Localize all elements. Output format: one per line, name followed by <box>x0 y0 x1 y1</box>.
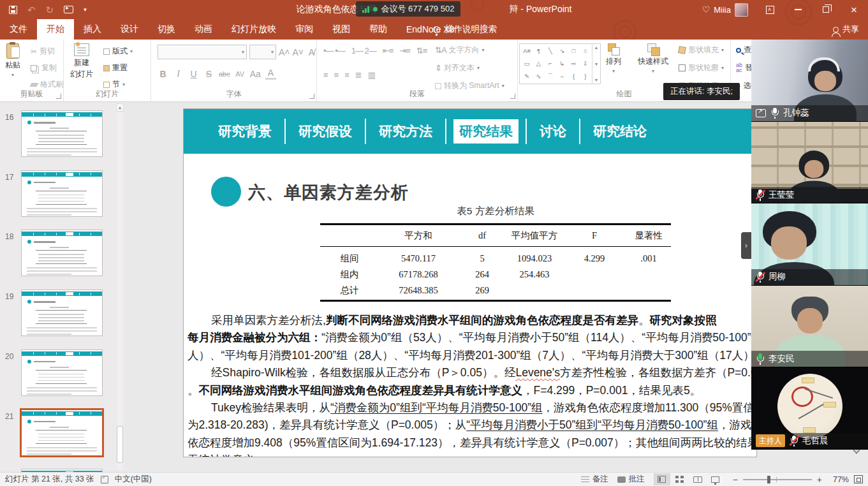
video-tile-孔钟蕊[interactable]: 孔钟蕊 <box>751 40 868 122</box>
minimize-button[interactable] <box>784 0 812 19</box>
shape-icon-4[interactable]: □ <box>572 48 576 54</box>
strikethrough-button[interactable]: S <box>203 69 214 79</box>
redo-icon[interactable]: ↻ <box>46 5 54 15</box>
ribbon-display-options-button[interactable] <box>756 0 784 19</box>
slide-nav-研究结论[interactable]: 研究结论 <box>587 119 652 144</box>
tab-视图[interactable]: 视图 <box>323 19 360 40</box>
shapes-more-icon[interactable]: ▼ <box>594 78 599 82</box>
zoom-out-button[interactable]: − <box>733 475 738 485</box>
shadow-button[interactable]: abc <box>219 70 230 78</box>
quick-styles-button[interactable]: 快速样式 ▾ <box>638 43 668 75</box>
shape-icon-8[interactable]: ⌐ <box>548 61 552 67</box>
shape-icon-14[interactable]: ⌒ <box>547 73 554 80</box>
tab-动画[interactable]: 动画 <box>185 19 222 40</box>
shape-icon-6[interactable]: ▭ <box>524 61 530 67</box>
shape-icon-1[interactable]: ¶ <box>537 48 540 54</box>
font-size-dropdown[interactable]: ▾ <box>249 45 276 59</box>
shape-icon-0[interactable]: A≡ <box>523 48 531 54</box>
shape-icon-10[interactable]: ⇨ <box>571 61 577 67</box>
decrease-indent-icon[interactable]: ⇤≡ <box>383 46 393 55</box>
new-slide-button[interactable]: 新建 幻灯片 <box>70 43 93 79</box>
share-button[interactable]: 共享 <box>833 19 859 40</box>
shape-icon-13[interactable]: ∿ <box>536 73 541 80</box>
undo-icon[interactable]: ↶ <box>27 5 36 15</box>
fit-slide-to-window-icon[interactable] <box>854 475 863 483</box>
video-tile-王莹莹[interactable]: 王莹莹 <box>751 122 868 204</box>
shape-icon-15[interactable]: ⌢ <box>560 73 564 80</box>
tell-me-search[interactable]: 操作说明搜索 <box>433 19 497 40</box>
slide-canvas[interactable]: 研究背景研究假设研究方法研究结果讨论研究结论 六、单因素方差分析 表5 方差分析… <box>183 108 757 457</box>
reset-button[interactable]: 重置 <box>103 63 128 73</box>
spellcheck-icon[interactable] <box>101 476 108 483</box>
align-text-button[interactable]: ⇕对齐文本▾ <box>435 63 480 73</box>
change-case-button[interactable]: Aa <box>250 69 261 79</box>
shrink-font-button[interactable]: A˅ <box>293 47 304 57</box>
tab-切换[interactable]: 切换 <box>148 19 185 40</box>
tab-文件[interactable]: 文件 <box>0 19 37 40</box>
shape-icon-17[interactable]: } <box>584 73 586 80</box>
video-tile-毛哲晨[interactable]: 主持人毛哲晨 <box>751 367 868 450</box>
thumbnail-slide-20[interactable] <box>21 350 103 396</box>
cut-button[interactable]: ✂剪切 <box>31 46 55 57</box>
bold-button[interactable]: B <box>158 69 168 79</box>
font-color-button[interactable]: A <box>265 68 276 80</box>
shape-outline-button[interactable]: 形状轮廓▾ <box>679 63 724 73</box>
slide-sorter-view-button[interactable] <box>672 473 688 485</box>
shape-icon-12[interactable]: ✎ <box>524 73 529 80</box>
clipboard-dialog-launcher-icon[interactable] <box>56 94 61 99</box>
thumbnail-scroll-thumb[interactable] <box>117 426 123 463</box>
italic-button[interactable]: I <box>173 69 184 79</box>
character-spacing-button[interactable]: AV <box>235 70 246 78</box>
slide-nav-讨论[interactable]: 讨论 <box>534 119 572 144</box>
font-name-dropdown[interactable]: ▾ <box>158 45 247 59</box>
slideshow-view-button[interactable] <box>707 473 724 485</box>
align-left-icon[interactable]: ≡ <box>323 70 328 80</box>
tab-开始[interactable]: 开始 <box>37 19 74 40</box>
account-avatar[interactable] <box>735 3 748 17</box>
zoom-percentage[interactable]: 77% <box>827 475 849 484</box>
zoom-slider-thumb[interactable] <box>767 476 770 483</box>
font-dialog-launcher-icon[interactable] <box>309 94 314 99</box>
arrange-button[interactable]: 排列 ▾ <box>606 43 621 75</box>
slide-nav-研究结果[interactable]: 研究结果 <box>453 119 519 144</box>
justify-icon[interactable]: ≣ <box>355 70 362 80</box>
tab-插入[interactable]: 插入 <box>74 19 111 40</box>
copy-button[interactable]: 复制 <box>31 63 57 73</box>
underline-button[interactable]: U <box>188 69 199 79</box>
thumbnail-slide-18[interactable] <box>21 230 103 276</box>
align-center-icon[interactable]: ≡ <box>334 70 339 80</box>
line-spacing-icon[interactable]: ⇅≡ <box>416 46 427 55</box>
video-tile-李安民[interactable]: 李安民 <box>751 286 868 368</box>
thumbnail-slide-21[interactable] <box>21 409 103 456</box>
account-area[interactable]: ♡ Miiia <box>702 3 748 17</box>
notes-button[interactable]: 备注 <box>581 474 608 485</box>
bullets-icon[interactable]: •— •— <box>323 46 345 55</box>
tab-审阅[interactable]: 审阅 <box>286 19 323 40</box>
shape-icon-9[interactable]: ↳ <box>559 61 564 67</box>
zoom-in-button[interactable]: + <box>817 475 822 485</box>
customize-qat-chevron-icon[interactable]: ▾ <box>84 6 87 13</box>
shapes-scroll-up-icon[interactable]: ▲ <box>594 45 599 50</box>
thumbnail-scroll-up-icon[interactable]: ▲ <box>116 103 124 112</box>
paragraph-dialog-launcher-icon[interactable] <box>510 94 515 99</box>
slide-nav-研究方法[interactable]: 研究方法 <box>373 119 438 144</box>
reading-view-button[interactable] <box>689 473 706 485</box>
comments-button[interactable]: 批注 <box>617 474 645 485</box>
shape-icon-2[interactable]: ╲ <box>548 48 552 54</box>
normal-view-button[interactable] <box>654 473 670 485</box>
columns-icon[interactable]: ▥ <box>368 70 375 80</box>
shape-icon-5[interactable]: ○ <box>584 48 587 54</box>
tab-幻灯片放映[interactable]: 幻灯片放映 <box>222 19 286 40</box>
increase-indent-icon[interactable]: ⇥≡ <box>399 46 409 55</box>
align-right-icon[interactable]: ≡ <box>344 70 349 80</box>
shape-icon-3[interactable]: ↘ <box>559 48 564 54</box>
tab-帮助[interactable]: 帮助 <box>360 19 397 40</box>
zoom-slider[interactable] <box>743 479 812 480</box>
video-tile-周柳[interactable]: 周柳 <box>751 203 868 286</box>
restore-button[interactable] <box>812 0 840 19</box>
thumbnail-slide-19[interactable] <box>21 290 103 336</box>
grow-font-button[interactable]: A˄ <box>279 47 290 57</box>
shapes-gallery-scrollbar[interactable]: ▲▼▼ <box>592 44 600 84</box>
shape-icon-7[interactable]: △ <box>536 61 541 67</box>
slide-nav-研究假设[interactable]: 研究假设 <box>293 119 358 144</box>
